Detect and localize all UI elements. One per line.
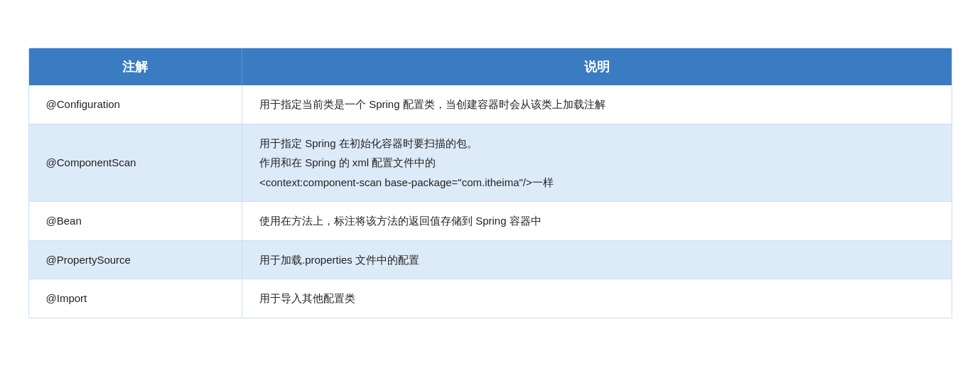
description-cell: 用于导入其他配置类 [242,279,952,318]
header-annotation-col: 注解 [29,48,242,85]
annotation-cell: @Import [29,279,242,318]
description-cell: 用于加载.properties 文件中的配置 [242,240,952,279]
table-row: @Bean使用在方法上，标注将该方法的返回值存储到 Spring 容器中 [29,202,952,241]
description-cell: 使用在方法上，标注将该方法的返回值存储到 Spring 容器中 [242,202,952,241]
description-cell: 用于指定 Spring 在初始化容器时要扫描的包。作用和在 Spring 的 x… [242,124,952,202]
table-row: @ComponentScan用于指定 Spring 在初始化容器时要扫描的包。作… [29,124,952,202]
table-header-row: 注解 说明 [29,48,952,85]
annotation-table-wrapper: 注解 说明 @Configuration用于指定当前类是一个 Spring 配置… [28,48,952,318]
table-row: @Import用于导入其他配置类 [29,279,952,318]
annotation-cell: @PropertySource [29,240,242,279]
table-row: @Configuration用于指定当前类是一个 Spring 配置类，当创建容… [29,85,952,124]
header-description-col: 说明 [242,48,952,85]
table-row: @PropertySource用于加载.properties 文件中的配置 [29,240,952,279]
annotation-table: 注解 说明 @Configuration用于指定当前类是一个 Spring 配置… [29,48,952,318]
description-cell: 用于指定当前类是一个 Spring 配置类，当创建容器时会从该类上加载注解 [242,85,952,124]
annotation-cell: @ComponentScan [29,124,242,202]
annotation-cell: @Bean [29,202,242,241]
annotation-cell: @Configuration [29,85,242,124]
